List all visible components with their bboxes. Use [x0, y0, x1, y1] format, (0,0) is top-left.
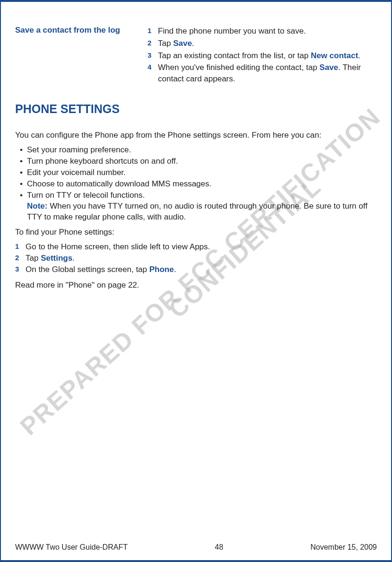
- step-number: 3: [15, 264, 20, 275]
- step-item: 1Go to the Home screen, then slide left …: [15, 242, 377, 253]
- bullet-item: Edit your voicemail number.: [15, 167, 377, 178]
- side-heading: Save a contact from the log: [15, 26, 138, 86]
- page-footer: WWWW Two User Guide-DRAFT 48 November 15…: [15, 543, 377, 552]
- read-more-text: Read more in "Phone" on page 22.: [15, 280, 377, 291]
- emphasized-term: Save: [173, 39, 192, 48]
- bullet-item: Choose to automatically download MMS mes…: [15, 179, 377, 190]
- step-text: Tap an existing contact from the list, o…: [158, 50, 360, 61]
- step-item: 3Tap an existing contact from the list, …: [148, 50, 377, 61]
- step-text: Go to the Home screen, then slide left t…: [26, 242, 210, 253]
- settings-capabilities-list: Set your roaming preference.Turn phone k…: [15, 145, 377, 223]
- step-text: Tap Save.: [158, 38, 194, 49]
- step-number: 4: [148, 62, 152, 85]
- step-text: Find the phone number you want to save.: [158, 26, 306, 37]
- emphasized-term: Phone: [149, 265, 174, 274]
- find-settings-text: To find your Phone settings:: [15, 227, 377, 238]
- footer-page-number: 48: [215, 543, 223, 552]
- footer-date: November 15, 2009: [310, 543, 377, 552]
- step-number: 1: [15, 242, 20, 253]
- intro-text: You can configure the Phone app from the…: [15, 130, 377, 141]
- step-item: 2Tap Save.: [148, 38, 377, 49]
- emphasized-term: New contact: [311, 51, 358, 60]
- bullet-item: Set your roaming preference.: [15, 145, 377, 156]
- step-text: On the Global settings screen, tap Phone…: [26, 264, 176, 275]
- emphasized-term: Settings: [41, 254, 72, 263]
- step-item: 2Tap Settings.: [15, 253, 377, 264]
- find-settings-steps: 1Go to the Home screen, then slide left …: [15, 242, 377, 275]
- save-contact-section: Save a contact from the log 1Find the ph…: [15, 26, 377, 86]
- bullet-item: Turn phone keyboard shortcuts on and off…: [15, 156, 377, 167]
- step-item: 3On the Global settings screen, tap Phon…: [15, 264, 377, 275]
- footer-left: WWWW Two User Guide-DRAFT: [15, 543, 128, 552]
- step-item: 1Find the phone number you want to save.: [148, 26, 377, 37]
- section-heading-phone-settings: PHONE SETTINGS: [15, 102, 377, 116]
- step-text: Tap Settings.: [26, 253, 75, 264]
- step-number: 2: [15, 253, 20, 264]
- step-number: 1: [148, 26, 152, 37]
- bullet-item: Turn on TTY or telecoil functions.Note: …: [15, 190, 377, 223]
- step-text: When you've finished editing the contact…: [158, 62, 377, 85]
- page-content: Save a contact from the log 1Find the ph…: [1, 2, 391, 304]
- emphasized-term: Save: [320, 63, 339, 72]
- save-contact-steps: 1Find the phone number you want to save.…: [148, 26, 377, 86]
- step-number: 3: [148, 50, 152, 61]
- step-number: 2: [148, 38, 152, 49]
- step-item: 4When you've finished editing the contac…: [148, 62, 377, 85]
- note-label: Note:: [27, 202, 47, 211]
